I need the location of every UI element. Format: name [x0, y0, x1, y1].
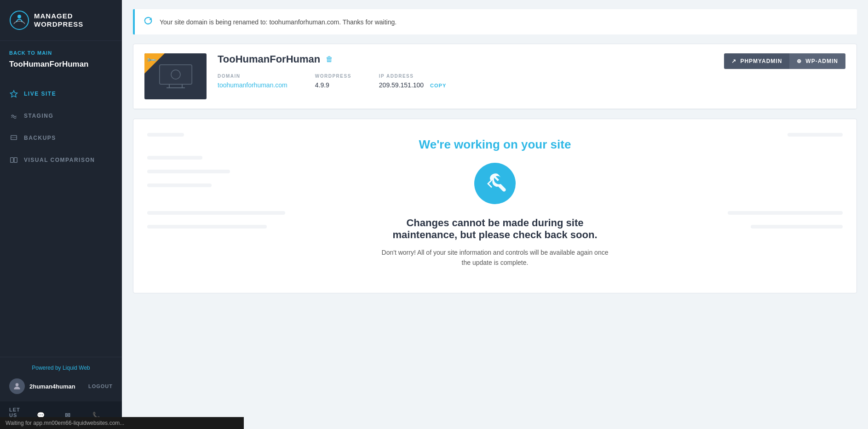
site-meta: DOMAIN toohumanforhuman.com WORDPRESS 4.… [218, 74, 724, 89]
site-title-row: TooHumanForHuman 🗑 [218, 53, 724, 65]
site-thumbnail: 🔧 [144, 53, 207, 99]
sidebar-item-visual-comparison[interactable]: VISUAL COMPARISON [0, 149, 122, 171]
wp-icon: ⊕ [797, 58, 802, 64]
ip-text: 209.59.151.100 [379, 81, 424, 89]
wrench-icon [483, 172, 506, 195]
sidebar-item-label: LIVE SITE [24, 91, 56, 97]
svg-rect-5 [11, 158, 13, 163]
svg-point-1 [17, 15, 21, 18]
notification-text: Your site domain is being renamed to: to… [160, 18, 397, 26]
phpmyadmin-button[interactable]: ↗ PHPMYADMIN [724, 53, 789, 69]
backups-icon [9, 133, 18, 143]
svg-marker-2 [10, 91, 17, 97]
working-main-text: Changes cannot be made during site maint… [385, 217, 605, 241]
site-title: TooHumanForHuman [218, 53, 320, 65]
svg-rect-4 [11, 137, 17, 138]
svg-rect-6 [14, 158, 17, 163]
logo-text: MANAGED WORDPRESS [34, 12, 83, 29]
working-icon-circle [474, 163, 516, 204]
user-row: 2human4human LOGOUT [9, 378, 113, 394]
working-title: We're working on your site [419, 137, 571, 152]
ip-label: IP ADDRESS [379, 74, 446, 79]
delete-icon[interactable]: 🗑 [326, 55, 333, 63]
working-sub-text: Don't worry! All of your site informatio… [380, 247, 610, 268]
refresh-icon [143, 16, 153, 28]
current-site-name: TooHumanForHuman [0, 58, 122, 78]
sidebar-footer: Powered by Liquid Web 2human4human LOGOU… [0, 357, 122, 401]
wpadmin-label: WP-ADMIN [805, 58, 838, 64]
wpadmin-button[interactable]: ⊕ WP-ADMIN [789, 53, 845, 69]
star-icon [9, 89, 18, 98]
avatar [9, 378, 25, 394]
username: 2human4human [29, 383, 84, 390]
copy-button[interactable]: COPY [430, 83, 446, 88]
meta-domain: DOMAIN toohumanforhuman.com [218, 74, 287, 89]
wordpress-value: 4.9.9 [315, 81, 351, 89]
staging-icon [9, 111, 18, 120]
sidebar: MANAGED WORDPRESS BACK TO MAIN TooHumanF… [0, 0, 122, 429]
managed-wordpress-logo-icon [9, 10, 29, 30]
wordpress-label: WORDPRESS [315, 74, 351, 79]
sidebar-logo: MANAGED WORDPRESS [0, 0, 122, 41]
visual-comparison-icon [9, 155, 18, 165]
site-card-actions: ↗ PHPMYADMIN ⊕ WP-ADMIN [724, 53, 845, 69]
logo-line1: MANAGED [34, 12, 83, 20]
working-panel: We're working on your site Changes canno… [133, 119, 857, 293]
notification-bar: Your site domain is being renamed to: to… [133, 9, 857, 34]
status-bar: Waiting for app.mn00em66-liquidwebsites.… [0, 417, 244, 429]
sidebar-item-staging[interactable]: STAGING [0, 105, 122, 127]
sidebar-item-label: STAGING [24, 113, 53, 119]
site-info: TooHumanForHuman 🗑 DOMAIN toohumanforhum… [218, 53, 724, 99]
status-text: Waiting for app.mn00em66-liquidwebsites.… [6, 420, 124, 426]
domain-value: toohumanforhuman.com [218, 81, 287, 89]
logout-button[interactable]: LOGOUT [88, 383, 113, 389]
powered-by: Powered by Liquid Web [9, 365, 113, 371]
svg-point-0 [10, 11, 29, 29]
wrench-badge-icon: 🔧 [146, 54, 156, 65]
svg-rect-9 [160, 65, 192, 84]
domain-label: DOMAIN [218, 74, 287, 79]
sidebar-item-label: BACKUPS [24, 135, 56, 141]
back-to-main-link[interactable]: BACK TO MAIN [0, 41, 122, 58]
nav-items: LIVE SITE STAGING BACKUPS [0, 78, 122, 357]
sidebar-item-backups[interactable]: BACKUPS [0, 127, 122, 149]
meta-ip: IP ADDRESS 209.59.151.100 COPY [379, 74, 446, 89]
site-card: 🔧 TooHumanForHuman 🗑 [133, 44, 857, 109]
logo-line2: WORDPRESS [34, 20, 83, 29]
ip-value: 209.59.151.100 COPY [379, 81, 446, 89]
sidebar-item-live-site[interactable]: LIVE SITE [0, 83, 122, 105]
external-link-icon: ↗ [731, 58, 736, 64]
phpmyadmin-label: PHPMYADMIN [740, 58, 782, 64]
domain-link[interactable]: toohumanforhuman.com [218, 81, 287, 89]
main-content: Your site domain is being renamed to: to… [122, 0, 868, 429]
meta-wordpress: WORDPRESS 4.9.9 [315, 74, 351, 89]
site-card-header: 🔧 TooHumanForHuman 🗑 [133, 44, 857, 109]
monitor-icon [157, 63, 194, 90]
sidebar-item-label: VISUAL COMPARISON [24, 157, 95, 163]
svg-point-7 [16, 383, 19, 386]
